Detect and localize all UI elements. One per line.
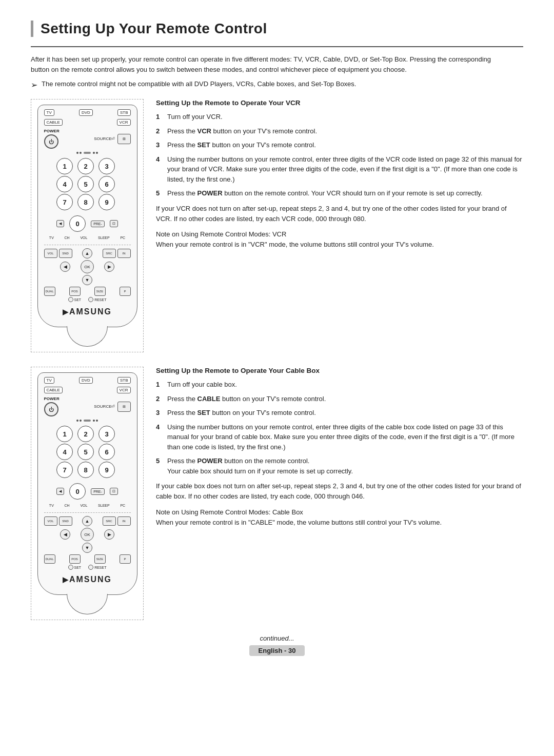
input-label-c: IN: [117, 516, 131, 526]
vcr-step-4: 4 Using the number buttons on your remot…: [156, 154, 523, 185]
label-tv: TV: [49, 236, 54, 240]
remote-bottom-c: VOL SND ▲ SRC IN ◀ OK ▶: [44, 512, 131, 570]
cable-note-text: When your remote control is in "CABLE" m…: [156, 519, 442, 526]
label-pc: PC: [120, 236, 125, 240]
ctrl-row-1: VOL SND ▲ SRC IN: [44, 248, 131, 258]
power-button-c: ⏻: [44, 402, 58, 416]
dots-area: [76, 152, 98, 154]
vcr-step-5: 5 Press the POWER button on the remote c…: [156, 188, 523, 198]
c-num-7: 7: [56, 462, 73, 478]
remote-illustration-cable: TV DVD STB CABLE VCR POWER ⏻ SOURCE⏎ ⊞: [37, 372, 137, 595]
remote-illustration-vcr: TV DVD STB CABLE VCR POWER ⏻ SOURCE⏎ ⊞: [37, 105, 137, 327]
vcr-note: Note on Using Remote Control Modes: VCR …: [156, 229, 523, 250]
c-step-num-5: 5: [156, 456, 163, 476]
samsung-arrow: ▶: [63, 308, 69, 316]
source-button: ⊞: [117, 134, 131, 144]
c-num-1: 1: [56, 426, 73, 442]
source-button-c: ⊞: [117, 402, 131, 412]
cable-step-3: 3 Press the SET button on your TV's remo…: [156, 408, 523, 418]
right-arrow-c: ▶: [104, 529, 114, 540]
remote-top-buttons: TV DVD STB: [44, 109, 131, 116]
vol-label: VOL: [44, 249, 57, 258]
samsung-logo-c: ▶AMSUNG: [63, 575, 112, 584]
num-2: 2: [77, 158, 94, 174]
arrow-icon: ➢: [31, 80, 37, 90]
enter-btn: ⊡: [110, 220, 118, 227]
dvd-btn: DVD: [79, 109, 93, 116]
vcr-steps: 1 Turn off your VCR. 2 Press the VCR but…: [156, 112, 523, 198]
c-label-ch: CH: [65, 504, 70, 507]
bottom-labels: TV CH VOL SLEEP PC: [44, 236, 131, 240]
c-num-3: 3: [98, 426, 115, 442]
vcr-instructions: Setting Up the Remote to Operate Your VC…: [156, 99, 523, 250]
c-label-sleep: SLEEP: [98, 504, 110, 507]
stb-btn: STB: [117, 109, 131, 116]
dvd-btn-c: DVD: [79, 377, 93, 384]
num-3: 3: [98, 158, 115, 174]
reset-label-c: RESET: [94, 566, 106, 569]
pre-btn-c: PRE-: [91, 488, 105, 495]
set-item: SET: [68, 297, 82, 302]
set-reset-row: SET RESET: [44, 297, 131, 302]
reset-item: RESET: [88, 297, 106, 302]
note-line: ➢ The remote control might not be compat…: [31, 80, 523, 90]
vol-group-c: VOL SND: [44, 516, 72, 526]
cable-step-2: 2 Press the CABLE button on your TV's re…: [156, 394, 523, 404]
step-num-5: 5: [156, 188, 163, 198]
right-arrow: ▶: [104, 262, 114, 272]
set-label-c: SET: [74, 566, 82, 569]
step-text-3: Press the SET button on your TV's remote…: [167, 140, 316, 150]
continued-text: continued...: [31, 634, 523, 642]
left-arrow: ◀: [60, 262, 70, 272]
c-step-num-1: 1: [156, 380, 163, 390]
numpad: 1 2 3 4 5 6 7 8 9: [56, 158, 118, 210]
source2-label: SRC: [103, 249, 116, 258]
position-row-c: DUAL POS SIZE P: [44, 554, 131, 564]
step-num-2: 2: [156, 126, 163, 136]
bottom-labels-c: TV CH VOL SLEEP PC: [44, 504, 131, 507]
vcr-btn-c: VCR: [117, 387, 131, 393]
source-label-c: SOURCE⏎: [94, 404, 115, 409]
c-step-num-3: 3: [156, 408, 163, 418]
c-label-pc: PC: [120, 504, 125, 507]
step-text-2: Press the VCR button on your TV's remote…: [167, 126, 317, 136]
remote-top-buttons-2: CABLE VCR: [44, 119, 131, 126]
ctrl-row-c2: ◀ OK ▶: [44, 528, 131, 541]
label-ch: CH: [65, 236, 70, 240]
c-label-vol: VOL: [80, 504, 87, 507]
step-num-1: 1: [156, 112, 163, 122]
reset-label: RESET: [94, 298, 106, 302]
input-label: IN: [117, 249, 131, 258]
remote-tail-c: [67, 594, 108, 614]
dots-area-c: [76, 420, 98, 422]
power-label-c: POWER: [44, 396, 60, 401]
c-step-text-4: Using the number buttons on your remote …: [167, 422, 523, 452]
num-5: 5: [77, 176, 94, 192]
stb-btn-c: STB: [117, 377, 131, 384]
num-9: 9: [98, 194, 115, 210]
power-label: POWER: [44, 129, 60, 133]
arrow-group: ▲: [82, 248, 92, 258]
title-divider: [31, 46, 523, 47]
set-item-c: SET: [68, 565, 82, 570]
vcr-step-3: 3 Press the SET button on your TV's remo…: [156, 140, 523, 150]
step-text-4: Using the number buttons on your remote …: [167, 154, 523, 185]
c-num-9: 9: [98, 462, 115, 478]
remote-bottom: VOL SND ▲ SRC IN ◀ OK ▶: [44, 245, 131, 302]
step-num-4: 4: [156, 154, 163, 185]
cable-btn-c: CABLE: [44, 387, 63, 393]
source-group: SRC IN: [103, 249, 131, 258]
c-num-0: 0: [69, 483, 86, 500]
reset-item-c: RESET: [88, 565, 106, 570]
up-arrow-c: ▲: [82, 516, 92, 526]
vcr-btn: VCR: [117, 119, 131, 126]
vcr-step-2: 2 Press the VCR button on your TV's remo…: [156, 126, 523, 136]
remote-power-row-c: POWER ⏻ SOURCE⏎ ⊞: [44, 396, 131, 416]
cable-heading: Setting Up the Remote to Operate Your Ca…: [156, 367, 523, 374]
cable-step-5: 5 Press the POWER button on the remote c…: [156, 456, 523, 476]
samsung-arrow-c: ▶: [63, 575, 69, 584]
c-step-text-5: Press the POWER button on the remote con…: [167, 456, 353, 476]
vcr-heading: Setting Up the Remote to Operate Your VC…: [156, 99, 523, 107]
down-arrow: ▼: [82, 275, 92, 285]
pre-btn: PRE-: [91, 221, 105, 227]
